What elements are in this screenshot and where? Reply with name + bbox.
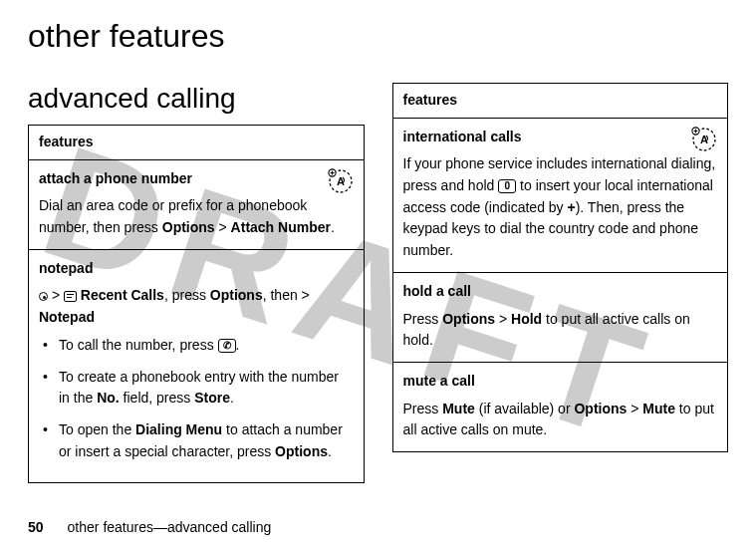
- dialing-menu-label: Dialing Menu: [135, 421, 222, 437]
- table-row: features: [392, 84, 728, 119]
- text: >: [627, 401, 642, 416]
- table-row: A attach a phone number Dial an area cod…: [29, 159, 365, 249]
- table-row: A international calls If your phone serv…: [392, 118, 728, 272]
- hold-title: hold a call: [403, 281, 718, 303]
- intl-title: international calls: [403, 127, 718, 148]
- options-label: Options: [574, 401, 627, 416]
- text: .: [328, 443, 332, 459]
- page-number: 50: [28, 519, 44, 535]
- list-item: To create a phonebook entry with the num…: [59, 367, 354, 410]
- attach-body: Dial an area code or prefix for a phoneb…: [39, 197, 335, 235]
- mute-title: mute a call: [403, 371, 718, 393]
- text: , press: [164, 287, 210, 303]
- notepad-label: Notepad: [39, 309, 95, 325]
- footer: 50other features—advanced calling: [28, 519, 271, 535]
- columns: advanced calling features A: [28, 83, 728, 483]
- text: , then >: [263, 287, 310, 303]
- intl-body: If your phone service includes internati…: [403, 155, 716, 258]
- text: (if available) or: [475, 401, 575, 416]
- no-field-label: No.: [97, 390, 120, 406]
- recent-calls-icon: [64, 291, 77, 302]
- page-content: other features advanced calling features…: [28, 18, 728, 483]
- notepad-path: > Recent Calls, press Options, then > No…: [39, 285, 354, 328]
- features-header: features: [392, 84, 728, 119]
- hold-label: Hold: [511, 311, 542, 327]
- notepad-title: notepad: [39, 258, 354, 280]
- network-feature-icon: A: [691, 127, 717, 152]
- hold-cell: hold a call Press Options > Hold to put …: [392, 272, 728, 362]
- mute-label: Mute: [442, 401, 475, 416]
- text: >: [48, 287, 64, 303]
- mute-body: Press Mute (if available) or Options > M…: [403, 401, 714, 438]
- text: Press: [403, 401, 443, 416]
- right-column: features A: [392, 83, 729, 452]
- page-title: other features: [28, 18, 728, 55]
- text: field, press: [120, 390, 194, 406]
- features-header: features: [29, 126, 365, 160]
- notepad-list: To call the number, press ✆. To create a…: [39, 335, 354, 462]
- table-row: features: [29, 126, 365, 160]
- network-feature-icon: A: [328, 168, 354, 194]
- text: To open the: [59, 421, 135, 437]
- plus-label: +: [567, 199, 575, 215]
- options-label: Options: [442, 311, 495, 327]
- options-label: Options: [275, 443, 328, 459]
- international-cell: A international calls If your phone serv…: [392, 118, 728, 272]
- text: .: [331, 219, 335, 235]
- running-title: other features—advanced calling: [68, 519, 272, 535]
- recent-calls-label: Recent Calls: [81, 287, 164, 303]
- store-label: Store: [194, 390, 230, 406]
- list-item: To open the Dialing Menu to attach a num…: [59, 419, 354, 462]
- list-item: To call the number, press ✆.: [59, 335, 354, 357]
- attach-phone-cell: A attach a phone number Dial an area cod…: [29, 159, 365, 249]
- text: Press: [403, 311, 443, 327]
- options-label: Options: [162, 219, 215, 235]
- nav-key-icon: [39, 292, 48, 301]
- notepad-cell: notepad > Recent Calls, press Options, t…: [29, 249, 365, 483]
- text: .: [236, 337, 240, 353]
- section-title: advanced calling: [28, 83, 365, 115]
- left-column: advanced calling features A: [28, 83, 365, 483]
- mute-cell: mute a call Press Mute (if available) or…: [392, 362, 728, 451]
- text: >: [215, 219, 231, 235]
- options-label: Options: [210, 287, 263, 303]
- text: >: [495, 311, 511, 327]
- left-feature-table: features A: [28, 125, 365, 483]
- attach-number-label: Attach Number: [231, 219, 331, 235]
- right-feature-table: features A: [392, 83, 729, 452]
- table-row: hold a call Press Options > Hold to put …: [392, 272, 728, 362]
- mute-label: Mute: [642, 401, 675, 416]
- attach-title: attach a phone number: [39, 168, 354, 190]
- text: To call the number, press: [59, 337, 218, 353]
- text: .: [230, 390, 234, 406]
- table-row: mute a call Press Mute (if available) or…: [392, 362, 728, 451]
- hold-body: Press Options > Hold to put all active c…: [403, 311, 690, 349]
- call-key-icon: ✆: [218, 339, 236, 353]
- table-row: notepad > Recent Calls, press Options, t…: [29, 249, 365, 483]
- zero-key-icon: 0: [498, 179, 516, 193]
